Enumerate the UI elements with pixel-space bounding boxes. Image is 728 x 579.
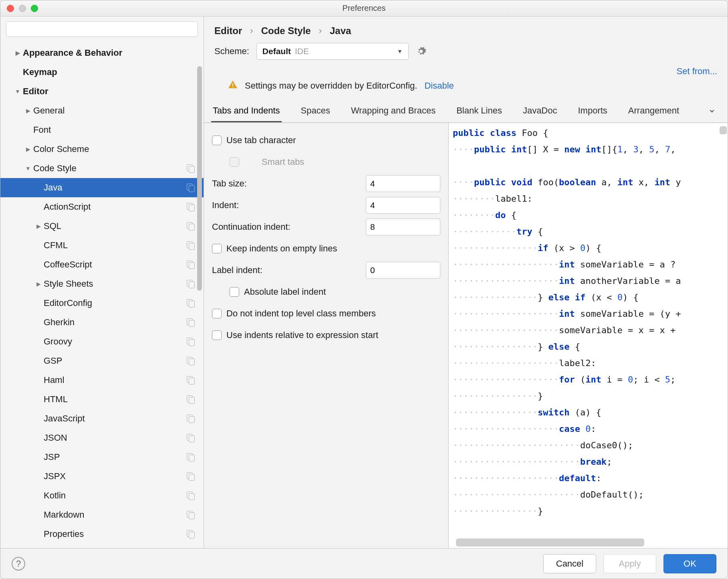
sidebar-scrollbar[interactable]	[196, 66, 204, 295]
sidebar-item-editorconfig[interactable]: EditorConfig	[0, 294, 204, 313]
sidebar-item-label: JavaScript	[44, 413, 85, 424]
sidebar-item-gsp[interactable]: GSP	[0, 351, 204, 370]
tab-imports[interactable]: Imports	[576, 100, 609, 122]
copy-icon	[187, 395, 195, 403]
sidebar-item-coffeescript[interactable]: CoffeeScript	[0, 255, 204, 274]
sidebar-item-html[interactable]: HTML	[0, 390, 204, 409]
indent-label: Indent:	[212, 200, 361, 211]
absolute-label-indent-label: Absolute label indent	[244, 287, 440, 297]
sidebar-item-actionscript[interactable]: ActionScript	[0, 197, 204, 217]
tab-size-input[interactable]	[366, 175, 440, 192]
window-title: Preferences	[0, 4, 728, 13]
use-tab-character-checkbox[interactable]	[212, 136, 222, 145]
sidebar-item-haml[interactable]: Haml	[0, 370, 204, 390]
sidebar-item-label: Groovy	[44, 336, 72, 347]
absolute-label-indent-checkbox[interactable]	[230, 287, 239, 297]
sidebar-item-label: Code Style	[33, 163, 77, 174]
tabs-overflow-chevron-icon[interactable]	[707, 106, 717, 116]
sidebar-item-jsp[interactable]: JSP	[0, 447, 204, 467]
sidebar-item-label: JSP	[44, 452, 60, 462]
indents-relative-expression-checkbox[interactable]	[212, 330, 222, 340]
help-button[interactable]: ?	[12, 557, 25, 571]
sidebar-item-json[interactable]: JSON	[0, 428, 204, 447]
sidebar-item-label: EditorConfig	[44, 298, 92, 308]
warning-text: Settings may be overridden by EditorConf…	[245, 81, 417, 91]
copy-icon	[187, 318, 195, 326]
preview-horizontal-scrollbar[interactable]	[456, 539, 644, 547]
sidebar-item-style-sheets[interactable]: ▶Style Sheets	[0, 274, 204, 294]
sidebar-item-java[interactable]: Java	[0, 178, 204, 197]
breadcrumb: Editor › Code Style › Java	[204, 16, 728, 39]
sidebar-item-keymap[interactable]: Keymap	[0, 63, 204, 82]
sidebar-item-gherkin[interactable]: Gherkin	[0, 313, 204, 332]
sidebar-item-kotlin[interactable]: Kotlin	[0, 486, 204, 505]
sidebar-item-sql[interactable]: ▶SQL	[0, 217, 204, 236]
sidebar-item-general[interactable]: ▶General	[0, 101, 204, 120]
continuation-indent-input[interactable]	[366, 219, 440, 235]
chevron-down-icon: ▼	[12, 88, 23, 95]
tab-javadoc[interactable]: JavaDoc	[521, 100, 559, 122]
do-not-indent-top-level-label: Do not indent top level class members	[226, 308, 440, 319]
tab-size-label: Tab size:	[212, 178, 361, 189]
set-from-link[interactable]: Set from...	[677, 66, 717, 77]
sidebar-item-font[interactable]: Font	[0, 120, 204, 140]
sidebar-item-label: Gherkin	[44, 317, 75, 328]
sidebar-item-label: GSP	[44, 356, 62, 366]
copy-icon	[187, 357, 195, 365]
sidebar-item-markdown[interactable]: Markdown	[0, 505, 204, 524]
label-indent-input[interactable]	[366, 262, 440, 279]
tab-spaces[interactable]: Spaces	[299, 100, 332, 122]
sidebar-item-label: HTML	[44, 394, 68, 405]
breadcrumb-item: Editor	[214, 25, 242, 36]
do-not-indent-top-level-checkbox[interactable]	[212, 309, 222, 318]
copy-icon	[187, 280, 195, 288]
sidebar-item-jspx[interactable]: JSPX	[0, 467, 204, 486]
sidebar-item-code-style[interactable]: ▼Code Style	[0, 159, 204, 178]
sidebar-item-label: Kotlin	[44, 490, 66, 501]
sidebar-item-label: Color Scheme	[33, 144, 89, 154]
sidebar-item-editor[interactable]: ▼Editor	[0, 82, 204, 101]
chevron-down-icon: ▼	[397, 48, 403, 55]
scheme-dropdown[interactable]: Default IDE ▼	[256, 43, 409, 60]
copy-icon	[187, 472, 195, 480]
sidebar-item-cfml[interactable]: CFML	[0, 236, 204, 255]
copy-icon	[187, 434, 195, 442]
chevron-right-icon: ›	[319, 26, 322, 36]
cancel-button[interactable]: Cancel	[543, 554, 596, 573]
preview-vertical-scrollbar[interactable]	[720, 126, 727, 134]
copy-icon	[187, 338, 195, 346]
tab-blank-lines[interactable]: Blank Lines	[455, 100, 504, 122]
tab-wrapping-and-braces[interactable]: Wrapping and Braces	[349, 100, 437, 122]
chevron-right-icon: ▶	[33, 223, 44, 229]
copy-icon	[187, 241, 195, 249]
sidebar-item-label: Style Sheets	[44, 279, 93, 289]
preferences-search-input[interactable]	[6, 21, 198, 37]
tabs-and-indents-form: Use tab character Smart tabs Tab size: I…	[204, 123, 449, 548]
tab-tabs-and-indents[interactable]: Tabs and Indents	[211, 100, 282, 122]
sidebar-item-color-scheme[interactable]: ▶Color Scheme	[0, 140, 204, 159]
indent-input[interactable]	[366, 197, 440, 214]
copy-icon	[187, 261, 195, 269]
gear-icon[interactable]	[416, 46, 426, 57]
sidebar-item-javascript[interactable]: JavaScript	[0, 409, 204, 428]
breadcrumb-item: Java	[330, 25, 351, 36]
sidebar-item-groovy[interactable]: Groovy	[0, 332, 204, 351]
indents-relative-expression-label: Use indents relative to expression start	[226, 330, 440, 340]
scheme-label: Scheme:	[214, 46, 249, 57]
sidebar-item-label: General	[33, 105, 65, 116]
keep-indents-empty-lines-checkbox[interactable]	[212, 244, 222, 253]
warning-disable-link[interactable]: Disable	[424, 81, 454, 91]
chevron-right-icon: ▶	[33, 281, 44, 287]
copy-icon	[187, 530, 195, 538]
sidebar-item-label: Markdown	[44, 510, 84, 520]
titlebar: Preferences	[0, 0, 728, 16]
ok-button[interactable]: OK	[663, 554, 716, 573]
copy-icon	[187, 222, 195, 230]
sidebar-item-appearance-behavior[interactable]: ▶Appearance & Behavior	[0, 43, 204, 63]
tab-arrangement[interactable]: Arrangement	[627, 100, 681, 122]
copy-icon	[187, 453, 195, 461]
keep-indents-empty-lines-label: Keep indents on empty lines	[226, 243, 440, 254]
warning-icon	[228, 80, 238, 92]
dialog-footer: ? Cancel Apply OK	[0, 548, 728, 579]
sidebar-item-properties[interactable]: Properties	[0, 524, 204, 544]
